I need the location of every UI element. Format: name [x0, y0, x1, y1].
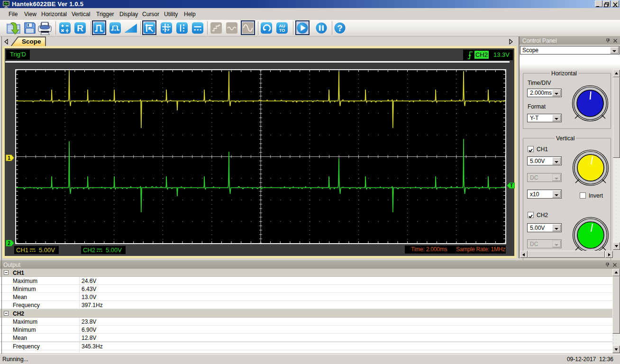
svg-text:AU: AU: [279, 24, 285, 28]
svg-text:1: 1: [8, 155, 10, 161]
svg-text:TO: TO: [279, 28, 285, 33]
svg-text:T: T: [510, 183, 513, 188]
svg-text:?: ?: [337, 24, 343, 33]
svg-text:2: 2: [8, 240, 10, 246]
svg-text:R: R: [77, 23, 83, 33]
